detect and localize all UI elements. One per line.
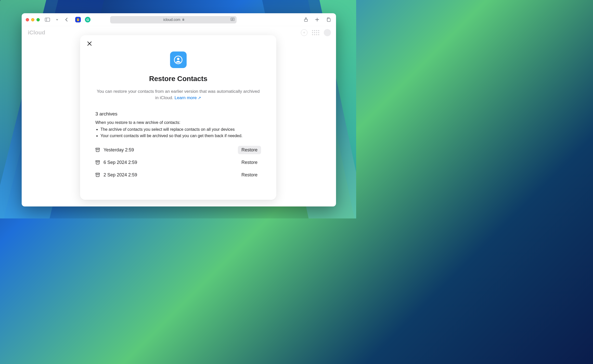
address-bar[interactable]: icloud.com	[110, 16, 237, 23]
svg-rect-18	[96, 161, 100, 162]
close-window-button[interactable]	[26, 18, 29, 21]
learn-more-link[interactable]: Learn more ↗	[174, 95, 201, 100]
reader-mode-icon[interactable]	[230, 18, 235, 22]
external-link-icon: ↗	[198, 96, 201, 100]
restore-bullets: The archive of contacts you select will …	[95, 126, 261, 139]
restore-bullet: Your current contacts will be archived s…	[100, 133, 261, 139]
archives-count: 3 archives	[95, 111, 261, 117]
minimize-window-button[interactable]	[31, 18, 34, 21]
create-button[interactable]: +	[301, 29, 307, 36]
account-avatar[interactable]	[324, 29, 331, 36]
close-modal-button[interactable]	[86, 40, 93, 47]
svg-point-15	[177, 58, 179, 60]
archive-row: 6 Sep 2024 2:59 Restore	[95, 158, 261, 167]
archive-date: Yesterday 2:59	[104, 147, 134, 153]
new-tab-button[interactable]	[314, 16, 321, 23]
tab-overview-button[interactable]	[325, 16, 332, 23]
svg-rect-2	[183, 19, 184, 21]
archive-date: 6 Sep 2024 2:59	[104, 160, 137, 165]
restore-contacts-modal: Restore Contacts You can restore your co…	[80, 35, 276, 200]
archive-list: Yesterday 2:59 Restore 6 Sep 2024 2:59 R…	[95, 146, 261, 179]
brand-label: iCloud	[28, 29, 45, 36]
lock-icon	[182, 18, 185, 22]
archive-date: 2 Sep 2024 2:59	[104, 172, 137, 178]
safari-window: ✋ G icloud.com	[22, 13, 336, 206]
restore-note: When you restore to a new archive of con…	[95, 120, 261, 125]
restore-button[interactable]: Restore	[238, 171, 261, 179]
icloud-brand[interactable]: iCloud	[27, 29, 45, 36]
privacy-extension-icon[interactable]: ✋	[74, 16, 82, 23]
archive-row: Yesterday 2:59 Restore	[95, 146, 261, 154]
contacts-app-icon	[170, 51, 187, 68]
svg-rect-20	[96, 173, 100, 174]
archive-row: 2 Sep 2024 2:59 Restore	[95, 171, 261, 179]
back-button[interactable]	[63, 16, 70, 23]
safari-toolbar: ✋ G icloud.com	[22, 13, 336, 26]
modal-title: Restore Contacts	[80, 75, 276, 83]
svg-rect-0	[45, 18, 50, 21]
restore-button[interactable]: Restore	[238, 146, 261, 154]
share-button[interactable]	[302, 16, 310, 23]
tab-group-dropdown[interactable]	[54, 16, 61, 23]
sidebar-toggle-button[interactable]	[44, 16, 51, 23]
window-controls	[26, 18, 40, 21]
svg-rect-11	[327, 19, 330, 22]
svg-rect-16	[96, 148, 100, 149]
restore-button[interactable]: Restore	[238, 158, 261, 167]
archive-icon	[95, 160, 100, 165]
fullscreen-window-button[interactable]	[36, 18, 40, 21]
address-host: icloud.com	[163, 18, 181, 22]
app-launcher-button[interactable]	[312, 30, 319, 35]
archive-icon	[95, 173, 100, 177]
modal-description: You can restore your contacts from an ea…	[95, 88, 261, 101]
grammarly-extension-icon[interactable]: G	[84, 16, 91, 23]
archive-icon	[95, 148, 100, 152]
restore-bullet: The archive of contacts you select will …	[100, 126, 261, 133]
